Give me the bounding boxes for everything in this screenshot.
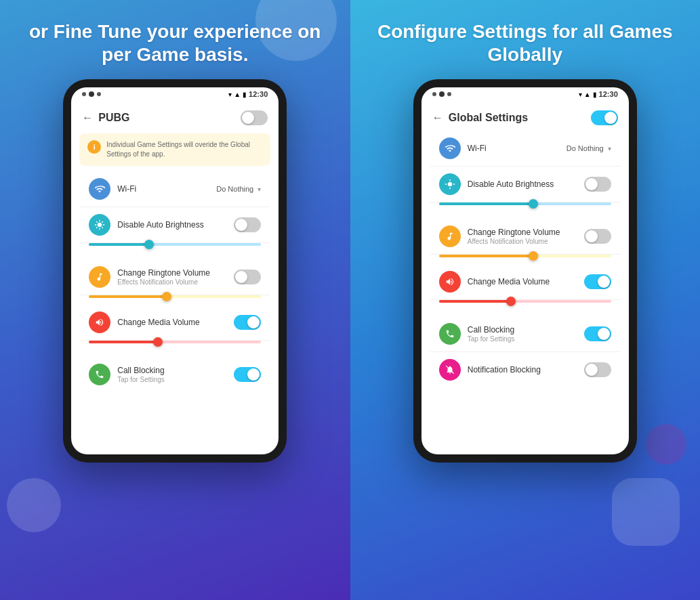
rwifi-status-icon: ▾ bbox=[579, 91, 582, 98]
right-app-header: ← Global Settings bbox=[421, 102, 629, 131]
left-section-2: Change Ringtone Volume Effects Notificat… bbox=[79, 259, 270, 350]
left-call-labels: Call Blocking Tap for Settings bbox=[117, 366, 164, 383]
left-ringtone-slider-row bbox=[79, 295, 270, 305]
left-media-slider-row bbox=[79, 341, 270, 350]
left-status-icons: ▾ ▲ ▮ 12:30 bbox=[228, 90, 268, 98]
right-ringtone-slider-fill bbox=[439, 255, 534, 257]
left-notch bbox=[82, 91, 101, 97]
left-brightness-label: Disable Auto Brightness bbox=[117, 220, 203, 230]
right-notification-row[interactable]: Notification Blocking bbox=[430, 352, 621, 387]
dot2 bbox=[89, 91, 94, 97]
left-media-slider-thumb[interactable] bbox=[153, 337, 163, 347]
right-header-left: ← Global Settings bbox=[432, 112, 528, 124]
right-wifi-right: Do Nothing ▾ bbox=[567, 144, 611, 152]
left-info-text: Individual Game Settings will overide th… bbox=[106, 140, 262, 159]
left-media-slider-fill bbox=[89, 341, 158, 343]
left-brightness-row[interactable]: Disable Auto Brightness bbox=[79, 207, 270, 243]
right-call-icon bbox=[439, 323, 461, 345]
battery-icon: ▮ bbox=[243, 91, 247, 98]
signal-icon: ▲ bbox=[234, 91, 241, 98]
right-notification-toggle[interactable] bbox=[584, 362, 611, 377]
left-brightness-slider-thumb[interactable] bbox=[144, 240, 154, 249]
left-ringtone-sublabel: Effects Notification Volume bbox=[117, 278, 210, 286]
right-brightness-label: Disable Auto Brightness bbox=[468, 179, 554, 189]
right-brightness-toggle[interactable] bbox=[584, 177, 611, 192]
right-wifi-left: Wi-Fi bbox=[439, 137, 487, 159]
dot3 bbox=[97, 92, 101, 96]
left-ringtone-toggle[interactable] bbox=[234, 270, 261, 284]
rdot1 bbox=[432, 92, 436, 96]
right-notification-icon bbox=[439, 359, 461, 381]
left-media-toggle[interactable] bbox=[234, 315, 261, 330]
rsignal-icon: ▲ bbox=[584, 91, 591, 98]
right-status-icons: ▾ ▲ ▮ 12:30 bbox=[579, 90, 618, 98]
left-brightness-slider-track[interactable] bbox=[89, 243, 261, 246]
right-back-button[interactable]: ← bbox=[432, 112, 443, 124]
right-brightness-left: Disable Auto Brightness bbox=[439, 173, 554, 195]
left-header-toggle[interactable] bbox=[241, 110, 268, 125]
right-ringtone-toggle[interactable] bbox=[584, 229, 611, 244]
right-notification-left: Notification Blocking bbox=[439, 359, 541, 381]
rbattery-icon: ▮ bbox=[593, 91, 597, 98]
left-status-bar: ▾ ▲ ▮ 12:30 bbox=[71, 87, 279, 102]
right-media-slider-track[interactable] bbox=[439, 300, 611, 303]
left-ringtone-left: Change Ringtone Volume Effects Notificat… bbox=[89, 266, 210, 288]
left-wifi-row[interactable]: Wi-Fi Do Nothing ▾ bbox=[79, 171, 270, 207]
left-media-row[interactable]: Change Media Volume bbox=[79, 305, 270, 341]
right-brightness-slider-track[interactable] bbox=[439, 202, 611, 205]
right-wifi-dropdown[interactable]: Do Nothing bbox=[567, 144, 604, 152]
right-section-2: Change Ringtone Volume Affects Notificat… bbox=[430, 219, 621, 309]
rdot3 bbox=[447, 92, 451, 96]
left-brightness-slider-row bbox=[79, 243, 270, 253]
right-header-toggle[interactable] bbox=[591, 110, 618, 125]
left-wifi-left: Wi-Fi bbox=[89, 178, 136, 200]
right-brightness-slider-thumb[interactable] bbox=[529, 199, 538, 209]
right-status-time: 12:30 bbox=[599, 90, 618, 98]
right-ringtone-left: Change Ringtone Volume Affects Notificat… bbox=[439, 226, 560, 247]
rdot2 bbox=[439, 91, 445, 97]
left-wifi-label: Wi-Fi bbox=[117, 184, 136, 194]
left-panel-title: or Fine Tune your experience on per Game… bbox=[0, 20, 350, 66]
right-ringtone-slider-track[interactable] bbox=[439, 255, 611, 257]
left-brightness-slider-fill bbox=[89, 243, 149, 246]
left-brightness-left: Disable Auto Brightness bbox=[89, 214, 203, 236]
right-call-row[interactable]: Call Blocking Tap for Settings bbox=[430, 316, 621, 352]
left-ringtone-icon bbox=[89, 266, 110, 288]
right-media-row[interactable]: Change Media Volume bbox=[430, 264, 621, 300]
left-header-left: ← PUBG bbox=[82, 112, 129, 124]
left-info-icon: i bbox=[87, 140, 101, 154]
left-wifi-dropdown[interactable]: Do Nothing bbox=[216, 185, 253, 193]
left-call-toggle[interactable] bbox=[234, 367, 261, 382]
left-brightness-toggle[interactable] bbox=[234, 217, 261, 232]
left-ringtone-slider-track[interactable] bbox=[89, 295, 261, 298]
left-media-slider-track[interactable] bbox=[89, 341, 261, 343]
left-call-row[interactable]: Call Blocking Tap for Settings bbox=[79, 357, 270, 392]
left-panel: or Fine Tune your experience on per Game… bbox=[0, 0, 350, 600]
right-media-slider-row bbox=[430, 300, 621, 309]
right-section-1: Wi-Fi Do Nothing ▾ Disable Au bbox=[430, 131, 621, 212]
right-ringtone-icon bbox=[439, 226, 461, 247]
left-status-time: 12:30 bbox=[249, 90, 268, 98]
right-media-slider-fill bbox=[439, 300, 512, 303]
left-ringtone-slider-thumb[interactable] bbox=[162, 292, 171, 301]
right-ringtone-row[interactable]: Change Ringtone Volume Affects Notificat… bbox=[430, 219, 621, 255]
right-media-label: Change Media Volume bbox=[468, 277, 550, 286]
right-wifi-chevron-icon: ▾ bbox=[608, 145, 611, 152]
right-screen: ← Global Settings Wi-Fi bbox=[421, 102, 629, 454]
left-ringtone-slider-fill bbox=[89, 295, 166, 298]
right-call-left: Call Blocking Tap for Settings bbox=[439, 323, 514, 345]
right-call-toggle[interactable] bbox=[584, 326, 611, 341]
left-wifi-chevron-icon: ▾ bbox=[258, 186, 261, 193]
left-media-label: Change Media Volume bbox=[117, 318, 199, 327]
left-back-button[interactable]: ← bbox=[82, 112, 93, 124]
right-wifi-icon bbox=[439, 137, 461, 159]
right-media-slider-thumb[interactable] bbox=[506, 297, 516, 306]
left-ringtone-row[interactable]: Change Ringtone Volume Effects Notificat… bbox=[79, 259, 270, 295]
left-ringtone-labels: Change Ringtone Volume Effects Notificat… bbox=[117, 268, 210, 286]
left-app-title: PUBG bbox=[98, 112, 129, 124]
right-ringtone-slider-thumb[interactable] bbox=[529, 251, 538, 261]
right-media-toggle[interactable] bbox=[584, 274, 611, 289]
right-brightness-row[interactable]: Disable Auto Brightness bbox=[430, 167, 621, 202]
left-wifi-icon bbox=[89, 178, 110, 200]
right-wifi-row[interactable]: Wi-Fi Do Nothing ▾ bbox=[430, 131, 621, 167]
